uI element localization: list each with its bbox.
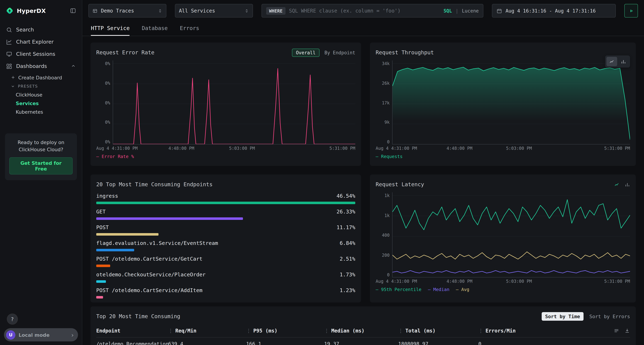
table-body: /oteldemo.RecommendationServ639.4166.119… (96, 338, 630, 345)
column-label: Total (ms) (405, 328, 436, 334)
endpoint-percent: 1.73% (340, 272, 355, 278)
x-tick-label: Aug 4 4:31:00 PM (376, 146, 417, 151)
column-grip-icon[interactable] (478, 328, 483, 334)
source-select-value: Demo Traces (101, 8, 154, 13)
bar-chart-button[interactable] (625, 182, 630, 187)
legend-item[interactable]: — 95th Percentile (376, 287, 422, 292)
endpoint-row[interactable]: POST11.17% (96, 225, 355, 236)
panel-title: Request Latency (376, 181, 424, 188)
endpoint-bar (96, 217, 243, 220)
endpoint-row[interactable]: POST /oteldemo.CartService/GetCart2.51% (96, 256, 355, 267)
table-column-header[interactable]: Total (ms) (398, 328, 478, 334)
x-tick-label: 4:48:00 PM (446, 146, 472, 151)
endpoints-list: ingress46.54%GET26.33%POST11.17%flagd.ev… (96, 193, 355, 299)
table-row[interactable]: /oteldemo.RecommendationServ639.4166.119… (96, 338, 630, 345)
endpoint-row[interactable]: ingress46.54% (96, 193, 355, 204)
tab-http-service[interactable]: HTTP Service (91, 21, 130, 36)
y-tick-label: 34k (382, 61, 390, 66)
sidebar-item-search[interactable]: Search (0, 23, 82, 36)
sidebar-item-label: Dashboards (16, 63, 47, 69)
endpoint-percent: 11.17% (336, 225, 355, 230)
x-axis: Aug 4 4:31:00 PM4:48:00 PM5:03:00 PM5:31… (113, 144, 355, 151)
get-started-button[interactable]: Get Started for Free (9, 157, 73, 174)
hyperdx-logo-icon (6, 7, 14, 15)
tab-database[interactable]: Database (142, 21, 168, 36)
endpoint-percent: 26.33% (336, 209, 355, 215)
create-dashboard-button[interactable]: Create Dashboard (0, 73, 82, 82)
y-tick-label: 200 (382, 253, 390, 258)
where-search-box[interactable]: WHERE SQL | Lucene (262, 4, 483, 17)
x-tick-label: 4:48:00 PM (446, 279, 472, 284)
sidebar-item-client-sessions[interactable]: Client Sessions (0, 48, 82, 60)
column-grip-icon[interactable] (246, 328, 251, 334)
table-column-header[interactable]: Median (ms) (324, 328, 398, 334)
sort-by-errors-button[interactable]: Sort by Errors (589, 314, 630, 319)
endpoint-row[interactable]: POST /oteldemo.CartService/AddItem1.23% (96, 288, 355, 299)
sidebar-item-kubernetes[interactable]: Kubernetes (0, 108, 82, 116)
overall-toggle-button[interactable]: Overall (292, 48, 320, 57)
promo-text-line2: ClickHouse Cloud? (9, 146, 73, 153)
endpoint-label: POST /oteldemo.CartService/AddItem (96, 288, 202, 293)
sidebar-nav: Search Chart Explorer Client Sessions Da… (0, 21, 82, 116)
line-chart-button[interactable] (606, 57, 617, 66)
sql-where-input[interactable] (289, 8, 440, 13)
where-chip: WHERE (266, 7, 285, 14)
sidebar-item-label: Chart Explorer (16, 39, 54, 45)
download-icon[interactable] (624, 328, 630, 334)
sql-language-toggle[interactable]: SQL (444, 8, 452, 13)
panel-title: Request Throughput (376, 49, 434, 56)
sidebar-item-dashboards[interactable]: Dashboards (0, 60, 82, 72)
endpoint-row[interactable]: GET26.33% (96, 209, 355, 220)
request-error-rate-panel: Request Error Rate Overall By Endpoint 0… (90, 42, 361, 166)
legend-item[interactable]: — Error Rate % (96, 154, 134, 159)
chart-legend: — Error Rate % (96, 154, 355, 159)
sidebar-collapse-icon[interactable] (70, 7, 76, 14)
presets-label: PRESETS (18, 84, 38, 88)
run-query-button[interactable] (624, 4, 638, 17)
local-mode-button[interactable]: U Local mode (4, 328, 78, 342)
y-tick-label: 17k (382, 100, 390, 105)
column-list-icon[interactable] (614, 328, 619, 334)
table-cell: 1808098.97 (398, 341, 478, 345)
table-column-header[interactable]: P95 (ms) (246, 328, 324, 334)
time-range-picker[interactable]: Aug 4 16:31:16 - Aug 4 17:31:16 (492, 4, 616, 17)
source-select[interactable]: Demo Traces (88, 4, 166, 17)
table-column-header[interactable]: Errors/Min (478, 328, 609, 334)
avatar: U (6, 330, 16, 340)
by-endpoint-toggle[interactable]: By Endpoint (324, 50, 355, 55)
column-grip-icon[interactable] (168, 328, 173, 334)
column-grip-icon[interactable] (324, 328, 329, 334)
sidebar-item-chart-explorer[interactable]: Chart Explorer (0, 36, 82, 48)
x-axis: Aug 4 4:31:00 PM4:48:00 PM5:03:00 PM5:31… (392, 144, 630, 151)
latency-chart: 1k1k4002000 Aug 4 4:31:00 PM4:48:00 PM5:… (376, 192, 630, 292)
y-tick-label: 0% (105, 120, 110, 125)
bar-chart-button[interactable] (618, 57, 628, 66)
endpoint-row[interactable]: oteldemo.CheckoutService/PlaceOrder1.73% (96, 272, 355, 283)
endpoint-bar (96, 202, 355, 204)
chart-legend: — Requests (376, 154, 630, 159)
sidebar-item-clickhouse[interactable]: ClickHouse (0, 90, 82, 99)
sidebar-item-services[interactable]: Services (0, 99, 82, 108)
panel-title: Top 20 Most Time Consuming (96, 313, 180, 320)
chevron-down-icon (11, 84, 15, 88)
x-tick-label: 5:31:00 PM (604, 146, 630, 151)
endpoint-row[interactable]: flagd.evaluation.v1.Service/EventStream6… (96, 240, 355, 251)
time-consuming-table-panel: Top 20 Most Time Consuming Sort by Time … (90, 306, 636, 345)
clickhouse-cloud-promo: Ready to deploy on ClickHouse Cloud? Get… (5, 133, 77, 180)
legend-item[interactable]: — Avg (456, 287, 469, 292)
x-axis: Aug 4 4:31:00 PM4:48:00 PM5:03:00 PM5:31… (392, 278, 630, 284)
column-grip-icon[interactable] (398, 328, 403, 334)
presets-toggle[interactable]: PRESETS (0, 82, 82, 90)
table-column-header[interactable]: Req/Min (168, 328, 246, 334)
table-column-header[interactable]: Endpoint (96, 328, 168, 334)
tab-errors[interactable]: Errors (180, 21, 199, 36)
column-label: P95 (ms) (253, 328, 278, 334)
line-chart-button[interactable] (614, 182, 620, 187)
table-cell: /oteldemo.RecommendationServ (96, 341, 168, 345)
service-select[interactable]: All Services (175, 4, 253, 17)
lucene-language-toggle[interactable]: Lucene (462, 8, 479, 13)
sort-by-time-button[interactable]: Sort by Time (542, 312, 584, 321)
legend-item[interactable]: — Requests (376, 154, 403, 159)
help-button[interactable]: ? (8, 314, 17, 324)
legend-item[interactable]: — Median (428, 287, 449, 292)
